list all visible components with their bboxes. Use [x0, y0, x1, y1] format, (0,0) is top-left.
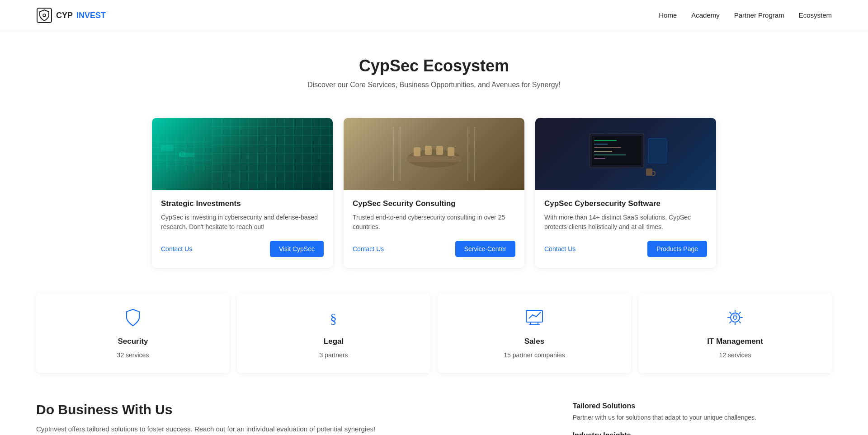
section-icon: §: [324, 308, 344, 332]
do-biz-insights: Industry Insights Access exclusive marke…: [573, 431, 832, 435]
card-consulting-actions: Contact Us Service-Center: [353, 241, 515, 257]
card-consulting-image: [344, 118, 524, 190]
card-strategic-actions: Contact Us Visit CypSec: [161, 241, 324, 257]
stat-legal: § Legal 3 partners: [237, 293, 430, 373]
hero-section: CypSec Ecosystem Discover our Core Servi…: [0, 31, 868, 103]
stat-legal-sub: 3 partners: [319, 351, 348, 359]
card-strategic-visit-btn[interactable]: Visit CypSec: [270, 241, 324, 257]
logo[interactable]: CYPINVEST: [36, 7, 106, 23]
card-strategic-image: [152, 118, 333, 190]
nav-academy[interactable]: Academy: [691, 11, 720, 19]
card-software-desc: With more than 14+ distinct SaaS solutio…: [544, 213, 707, 232]
card-consulting: CypSec Security Consulting Trusted end-t…: [344, 118, 524, 268]
stats-section: Security 32 services § Legal 3 partners …: [0, 282, 868, 384]
stat-sales-title: Sales: [524, 337, 544, 346]
insights-title: Industry Insights: [573, 431, 832, 435]
card-strategic-contact-link[interactable]: Contact Us: [161, 245, 192, 253]
tailored-desc: Partner with us for solutions that adapt…: [573, 413, 832, 422]
cards-section: Strategic Investments CypSec is investin…: [0, 103, 868, 282]
chart-icon: [524, 308, 544, 332]
svg-rect-17: [407, 156, 461, 162]
nav-ecosystem[interactable]: Ecosystem: [799, 11, 832, 19]
card-software-contact-link[interactable]: Contact Us: [544, 245, 576, 253]
card-software-products-btn[interactable]: Products Page: [647, 241, 707, 257]
nav-home[interactable]: Home: [659, 11, 677, 19]
card-consulting-service-btn[interactable]: Service-Center: [455, 241, 515, 257]
card-software: CypSec Cybersecurity Software With more …: [535, 118, 716, 268]
svg-rect-18: [414, 147, 420, 156]
navbar: CYPINVEST Home Academy Partner Program E…: [0, 0, 868, 31]
stat-sales: Sales 15 partner companies: [438, 293, 631, 373]
svg-text:§: §: [330, 311, 337, 326]
do-business-left: Do Business With Us CypInvest offers tai…: [36, 402, 555, 435]
gear-icon: [725, 308, 745, 332]
stat-it-sub: 12 services: [719, 351, 751, 359]
do-business-section: Do Business With Us CypInvest offers tai…: [0, 384, 868, 435]
card-strategic-body: Strategic Investments CypSec is investin…: [152, 190, 333, 268]
svg-point-1: [43, 14, 46, 17]
stat-security-title: Security: [118, 337, 148, 346]
card-software-title: CypSec Cybersecurity Software: [544, 199, 707, 208]
do-biz-tailored: Tailored Solutions Partner with us for s…: [573, 402, 832, 422]
stat-sales-sub: 15 partner companies: [504, 351, 565, 359]
svg-point-41: [731, 313, 740, 322]
do-business-desc: CypInvest offers tailored solutions to f…: [36, 424, 555, 435]
svg-rect-21: [448, 147, 454, 156]
svg-rect-20: [436, 146, 443, 155]
hero-subtitle: Discover our Core Services, Business Opp…: [18, 81, 850, 89]
svg-rect-35: [646, 168, 652, 176]
card-consulting-desc: Trusted end-to-end cybersecurity consult…: [353, 213, 515, 232]
do-business-title: Do Business With Us: [36, 402, 555, 417]
card-strategic-desc: CypSec is investing in cybersecurity and…: [161, 213, 324, 232]
nav-links: Home Academy Partner Program Ecosystem: [659, 11, 832, 19]
card-software-image: [535, 118, 716, 190]
svg-rect-34: [648, 138, 666, 163]
hero-title: CypSec Ecosystem: [18, 56, 850, 75]
shield-icon: [123, 308, 143, 332]
stat-security-sub: 32 services: [117, 351, 149, 359]
stat-it: IT Management 12 services: [638, 293, 832, 373]
stat-legal-title: Legal: [324, 337, 344, 346]
card-consulting-body: CypSec Security Consulting Trusted end-t…: [344, 190, 524, 268]
stat-security: Security 32 services: [36, 293, 230, 373]
card-consulting-contact-link[interactable]: Contact Us: [353, 245, 384, 253]
logo-icon: [36, 7, 52, 23]
card-consulting-title: CypSec Security Consulting: [353, 199, 515, 208]
logo-cyp-text: CYP: [56, 11, 73, 20]
card-strategic: Strategic Investments CypSec is investin…: [152, 118, 333, 268]
card-strategic-title: Strategic Investments: [161, 199, 324, 208]
card-software-actions: Contact Us Products Page: [544, 241, 707, 257]
svg-rect-19: [425, 146, 432, 155]
logo-invest-text: INVEST: [76, 11, 106, 20]
tailored-title: Tailored Solutions: [573, 402, 832, 410]
svg-rect-13: [161, 145, 173, 151]
nav-partner-program[interactable]: Partner Program: [734, 11, 784, 19]
stat-it-title: IT Management: [707, 337, 763, 346]
card-software-body: CypSec Cybersecurity Software With more …: [535, 190, 716, 268]
do-business-right: Tailored Solutions Partner with us for s…: [573, 402, 832, 435]
